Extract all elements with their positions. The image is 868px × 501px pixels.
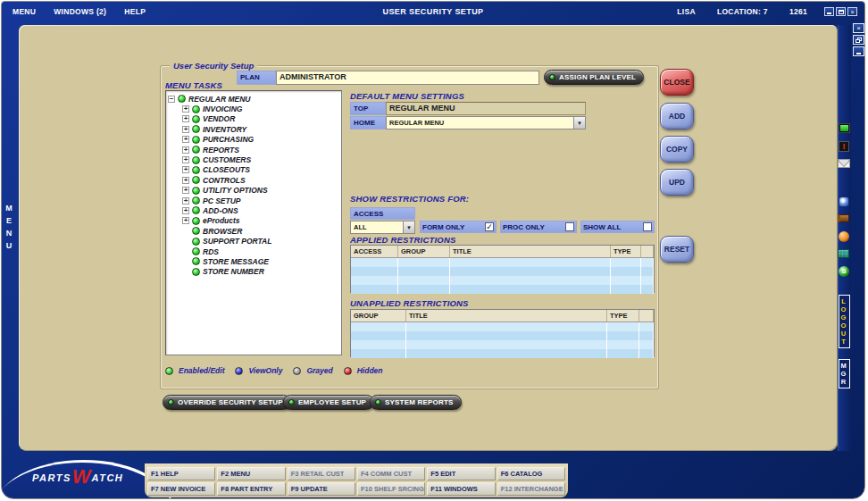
f11-windows-key[interactable]: F11 WINDOWS <box>427 482 495 496</box>
f4-comm-cust-key[interactable]: F4 COMM CUST <box>357 467 425 480</box>
menubar-item-menu[interactable]: MENU <box>13 7 36 16</box>
expand-icon[interactable]: + <box>182 207 189 214</box>
enabled-ball-icon <box>192 166 200 174</box>
tree-item[interactable]: STORE MESSAGE <box>168 256 339 266</box>
f10-shelf-srcing-key[interactable]: F10 SHELF SRCING <box>357 482 425 496</box>
expand-icon[interactable]: + <box>182 177 189 184</box>
assign-plan-level-button[interactable]: ASSIGN PLAN LEVEL <box>544 70 644 85</box>
tree-item[interactable]: STORE NUMBER <box>168 267 339 277</box>
tree-item[interactable]: +CUSTOMERS <box>168 154 339 164</box>
collapse-icon[interactable]: − <box>168 96 175 103</box>
applied-restrictions-table[interactable]: ACCESS GROUP TITLE TYPE <box>350 245 655 293</box>
col-access: ACCESS <box>351 246 398 257</box>
close-button[interactable]: CLOSE <box>660 69 694 96</box>
function-key-panel: F1 HELP F2 MENU F3 RETAIL CUST F4 COMM C… <box>145 463 568 497</box>
tree-item[interactable]: SUPPORT PORTAL <box>168 236 339 246</box>
expand-icon[interactable]: + <box>182 156 189 163</box>
tree-item[interactable]: +INVENTORY <box>168 124 339 134</box>
f8-part-entry-key[interactable]: F8 PART ENTRY <box>217 482 285 496</box>
close-icon[interactable]: × <box>847 7 857 16</box>
enabled-ball-icon <box>192 115 200 123</box>
tree-item[interactable]: +eProducts <box>168 216 339 226</box>
user-shield-icon[interactable] <box>839 196 849 207</box>
reset-button[interactable]: RESET <box>660 236 694 263</box>
dollar-icon[interactable]: S <box>839 266 849 277</box>
enabled-ball-icon <box>192 187 200 195</box>
system-reports-button[interactable]: SYSTEM REPORTS <box>370 395 462 410</box>
proc-only-checkbox[interactable] <box>565 222 574 231</box>
f5-edit-key[interactable]: F5 EDIT <box>427 467 495 480</box>
maximize-icon[interactable] <box>836 7 846 16</box>
proc-only-label: PROC ONLY <box>503 223 545 231</box>
show-all-checkbox[interactable] <box>643 222 652 231</box>
tree-item[interactable]: BROWSER <box>168 226 339 236</box>
menu-tasks-header: MENU TASKS <box>165 80 222 90</box>
terminal-icon[interactable] <box>839 123 850 133</box>
expand-icon[interactable]: + <box>182 126 189 133</box>
tree-item-label: RDS <box>203 247 219 256</box>
upd-button[interactable]: UPD <box>660 169 694 196</box>
footer: PARTS W ATCH F1 HELP F2 MENU F3 RETAIL C… <box>2 451 865 499</box>
expand-icon[interactable]: + <box>182 187 189 194</box>
groupbox-title: User Security Setup <box>170 61 257 71</box>
expand-icon[interactable]: + <box>182 217 189 224</box>
f1-help-key[interactable]: F1 HELP <box>147 467 215 480</box>
chevron-down-icon[interactable]: ▼ <box>573 117 585 129</box>
chevron-down-icon[interactable]: ▼ <box>403 221 414 233</box>
inner-close-icon[interactable]: × <box>853 23 864 33</box>
mgr-button[interactable]: MGR <box>839 359 850 388</box>
catalog-book-icon[interactable] <box>838 214 849 222</box>
left-menu-rail[interactable]: MENU <box>4 204 18 254</box>
minimize-icon[interactable] <box>824 7 834 16</box>
logout-button[interactable]: LOGOUT <box>839 295 850 348</box>
tree-item[interactable]: +ADD-ONS <box>168 205 339 215</box>
expand-icon[interactable]: + <box>182 197 189 205</box>
add-button[interactable]: ADD <box>660 103 694 129</box>
calculator-icon[interactable] <box>838 249 849 258</box>
inner-minimize-icon[interactable] <box>853 46 864 56</box>
tree-item[interactable]: RDS <box>168 246 339 256</box>
enabled-ball-icon <box>192 105 200 113</box>
home-menu-value: REGULAR MENU <box>387 117 573 129</box>
f6-catalog-key[interactable]: F6 CATALOG <box>497 467 565 480</box>
expand-icon[interactable]: + <box>182 115 189 122</box>
table-row <box>351 285 654 294</box>
mail-icon[interactable] <box>838 159 850 168</box>
plan-input[interactable]: ADMINISTRATOR <box>276 71 539 85</box>
expand-icon[interactable]: + <box>182 166 189 173</box>
expand-icon[interactable]: + <box>182 105 189 113</box>
menu-tasks-tree[interactable]: − REGULAR MENU +INVOICING +VENDOR +INVEN… <box>165 90 342 355</box>
employee-setup-button[interactable]: EMPLOYEE SETUP <box>283 395 374 410</box>
legend-viewonly-icon <box>235 367 243 375</box>
tree-root[interactable]: − REGULAR MENU <box>168 94 339 104</box>
expand-icon[interactable]: + <box>182 146 189 154</box>
tree-item[interactable]: +REPORTS <box>168 145 339 154</box>
f3-retail-cust-key[interactable]: F3 RETAIL CUST <box>288 467 355 480</box>
tree-item[interactable]: +UTILITY OPTIONS <box>168 186 339 196</box>
inner-restore-icon[interactable] <box>853 35 864 45</box>
menubar-item-windows[interactable]: WINDOWS (2) <box>54 7 106 16</box>
tree-item[interactable]: +PC SETUP <box>168 196 339 205</box>
station-number: 1261 <box>789 7 807 16</box>
alert-icon[interactable]: ! <box>839 141 849 152</box>
tree-item[interactable]: +INVOICING <box>168 104 339 113</box>
f7-new-invoice-key[interactable]: F7 NEW INVOICE <box>147 482 215 496</box>
expand-icon[interactable]: + <box>182 136 189 143</box>
unapplied-restrictions-table[interactable]: GROUP TITLE TYPE <box>350 309 655 357</box>
tree-item[interactable]: +CLOSEOUTS <box>168 165 339 175</box>
tree-item[interactable]: +VENDOR <box>168 114 339 124</box>
f9-update-key[interactable]: F9 UPDATE <box>288 482 355 496</box>
form-only-checkbox[interactable]: ✓ <box>485 222 494 231</box>
copy-button[interactable]: COPY <box>660 136 694 163</box>
menubar-item-help[interactable]: HELP <box>124 7 146 16</box>
sphere-icon[interactable] <box>839 231 849 242</box>
tree-item[interactable]: +PURCHASING <box>168 135 339 145</box>
f2-menu-key[interactable]: F2 MENU <box>217 467 285 480</box>
override-security-setup-button[interactable]: OVERRIDE SECURITY SETUP <box>163 395 291 410</box>
tree-item[interactable]: +CONTROLS <box>168 175 339 185</box>
home-label: HOME <box>350 116 386 129</box>
f12-interchange-key[interactable]: F12 INTERCHANGE <box>497 482 565 496</box>
home-menu-dropdown[interactable]: REGULAR MENU ▼ <box>386 116 586 129</box>
button-dot-icon <box>288 399 295 405</box>
access-dropdown[interactable]: ALL ▼ <box>350 221 415 234</box>
